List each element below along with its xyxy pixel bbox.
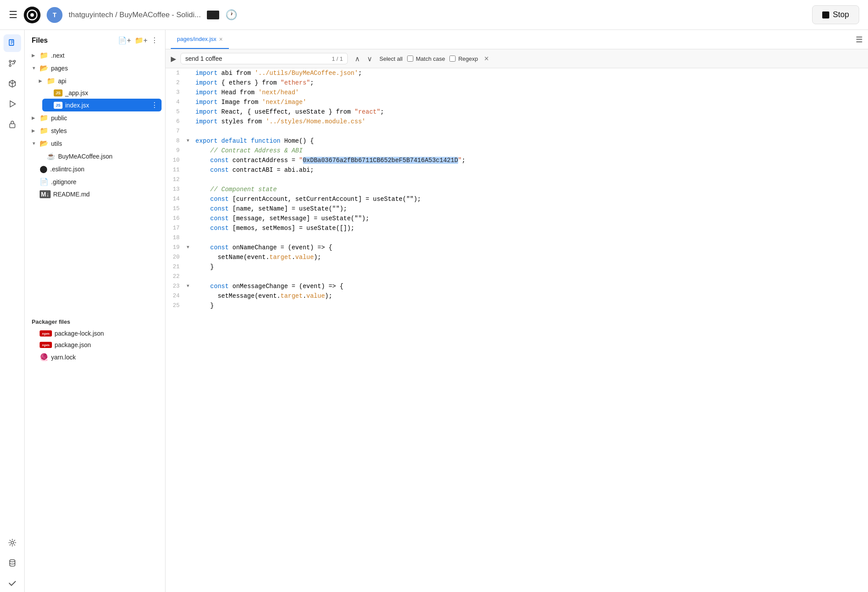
code-line-14: 14 const [currentAccount, setCurrentAcco… (166, 194, 868, 204)
search-input-wrap: 1 / 1 (180, 53, 348, 64)
editor-area: pages/index.jsx × ☰ ▶ 1 / 1 ∧ ∨ Select a… (166, 30, 868, 592)
code-line-8: 8 ▼ export default function Home() { (166, 136, 868, 146)
search-next-button[interactable]: ∨ (364, 54, 375, 64)
tab-bar: pages/index.jsx × ☰ (166, 30, 868, 49)
code-line-13: 13 // Component state (166, 185, 868, 194)
files-icon[interactable] (4, 34, 21, 52)
file-tree: ▶ 📁 .next ▼ 📂 pages ▶ 📁 api ▶ JS _app.js… (25, 49, 165, 313)
search-bar: ▶ 1 / 1 ∧ ∨ Select all Match case Regexp… (166, 49, 868, 68)
tree-item-gitignore[interactable]: ▶ 📄 .gitignore (28, 175, 162, 188)
stop-square-icon (822, 11, 829, 18)
main-layout: Files 📄+ 📁+ ⋮ ▶ 📁 .next ▼ 📂 pages (0, 30, 868, 592)
code-line-2: 2 import { ethers } from "ethers"; (166, 78, 868, 88)
history-icon[interactable]: 🕐 (225, 9, 237, 21)
search-expand-icon[interactable]: ▶ (171, 55, 176, 63)
select-all-label: Select all (379, 56, 403, 62)
svg-point-9 (10, 560, 15, 562)
icon-rail (0, 30, 25, 592)
context-menu-icon[interactable]: ⋮ (151, 101, 158, 109)
code-line-12: 12 (166, 175, 868, 185)
tree-item-next[interactable]: ▶ 📁 .next (28, 49, 162, 62)
code-line-11: 11 const contractABI = abi.abi; (166, 165, 868, 175)
md-badge: M↓ (40, 190, 51, 198)
folder-icon: 📁 (40, 126, 48, 135)
code-line-4: 4 import Image from 'next/image' (166, 97, 868, 107)
tree-item-styles[interactable]: ▶ 📁 styles (28, 124, 162, 137)
folder-icon: 📁 (47, 77, 55, 85)
project-icon (207, 11, 219, 19)
more-icon[interactable]: ⋮ (151, 36, 158, 44)
tree-item-index-jsx[interactable]: ▶ JS index.jsx ⋮ (42, 99, 162, 111)
code-line-17: 17 const [memos, setMemos] = useState([]… (166, 223, 868, 233)
git-icon[interactable] (4, 55, 21, 72)
search-prev-button[interactable]: ∧ (352, 54, 363, 64)
eslint-icon: ⬤ (40, 165, 48, 173)
file-icon: 📄 (40, 178, 48, 186)
tree-item-api[interactable]: ▶ 📁 api (35, 74, 162, 87)
regex-checkbox[interactable] (449, 56, 456, 62)
code-line-21: 21 } (166, 262, 868, 272)
tree-item-package-lock[interactable]: ▶ npm package-lock.json (28, 328, 162, 339)
tree-item-eslintrc[interactable]: ▶ ⬤ .eslintrc.json (28, 163, 162, 175)
panel-layout-icon[interactable]: ☰ (856, 35, 863, 44)
svg-point-8 (11, 541, 14, 544)
tree-item-readme[interactable]: ▶ M↓ README.md (28, 188, 162, 200)
regex-option[interactable]: Regexp (449, 56, 478, 62)
svg-rect-7 (10, 124, 15, 128)
new-file-icon[interactable]: 📄+ (118, 36, 131, 44)
search-count: 1 / 1 (332, 56, 343, 62)
search-close-icon[interactable]: × (484, 54, 489, 63)
tab-label: pages/index.jsx (177, 36, 217, 42)
tab-close-icon[interactable]: × (219, 36, 223, 43)
run-icon[interactable] (4, 95, 21, 113)
search-input[interactable] (185, 55, 328, 62)
code-line-16: 16 const [message, setMessage] = useStat… (166, 214, 868, 223)
packager-files-title: Packager files (25, 313, 165, 328)
folder-open-icon: 📂 (40, 64, 48, 72)
tree-item-package-json[interactable]: ▶ npm package.json (28, 339, 162, 351)
code-line-18: 18 (166, 233, 868, 243)
stop-button[interactable]: Stop (812, 5, 859, 24)
code-line-25: 25 } (166, 301, 868, 311)
select-all-option[interactable]: Select all (379, 56, 403, 62)
database-icon[interactable] (4, 554, 21, 572)
lock-icon[interactable] (4, 115, 21, 133)
regex-label: Regexp (458, 56, 478, 62)
folder-icon: 📁 (40, 114, 48, 122)
tab-index-jsx[interactable]: pages/index.jsx × (171, 30, 229, 49)
code-line-3: 3 import Head from 'next/head' (166, 88, 868, 97)
tree-item-pages[interactable]: ▼ 📂 pages (28, 62, 162, 74)
code-line-24: 24 setMessage(event.target.value); (166, 291, 868, 301)
code-line-7: 7 (166, 126, 868, 136)
topbar: ☰ T thatguyintech / BuyMeACoffee - Solid… (0, 0, 868, 30)
code-line-19: 19 ▼ const onNameChange = (event) => { (166, 243, 868, 252)
js-badge-selected: JS (54, 102, 63, 109)
code-editor[interactable]: 1 import abi from '../utils/BuyMeACoffee… (166, 68, 868, 592)
code-line-1: 1 import abi from '../utils/BuyMeACoffee… (166, 68, 868, 78)
breadcrumb[interactable]: thatguyintech / BuyMeACoffee - Solidi... (69, 11, 201, 19)
tree-item-app-jsx[interactable]: ▶ JS _app.jsx (42, 87, 162, 99)
cube-icon[interactable] (4, 75, 21, 92)
js-badge: JS (54, 89, 63, 96)
user-avatar[interactable]: T (47, 7, 63, 23)
code-line-6: 6 import styles from '../styles/Home.mod… (166, 117, 868, 126)
svg-marker-6 (10, 101, 15, 107)
logo-icon: ☕ (47, 152, 55, 160)
settings-icon[interactable] (4, 534, 21, 551)
match-case-option[interactable]: Match case (407, 56, 445, 62)
folder-open-icon: 📂 (40, 139, 48, 148)
yarn-icon: 🧶 (40, 353, 48, 361)
tree-item-utils[interactable]: ▼ 📂 utils (28, 137, 162, 150)
tree-item-yarn-lock[interactable]: ▶ 🧶 yarn.lock (28, 351, 162, 363)
menu-icon[interactable]: ☰ (9, 9, 18, 21)
new-folder-icon[interactable]: 📁+ (135, 36, 147, 44)
match-case-checkbox[interactable] (407, 56, 413, 62)
npm-badge: npm (40, 342, 52, 348)
check-icon[interactable] (4, 574, 21, 592)
code-line-10: 10 const contractAddress = "0xDBa03676a2… (166, 155, 868, 165)
npm-badge: npm (40, 330, 52, 337)
app-logo[interactable] (24, 7, 40, 23)
file-panel-header: Files 📄+ 📁+ ⋮ (25, 30, 165, 49)
tree-item-public[interactable]: ▶ 📁 public (28, 111, 162, 124)
tree-item-buymecoffee-json[interactable]: ▶ ☕ BuyMeACoffee.json (35, 150, 162, 163)
